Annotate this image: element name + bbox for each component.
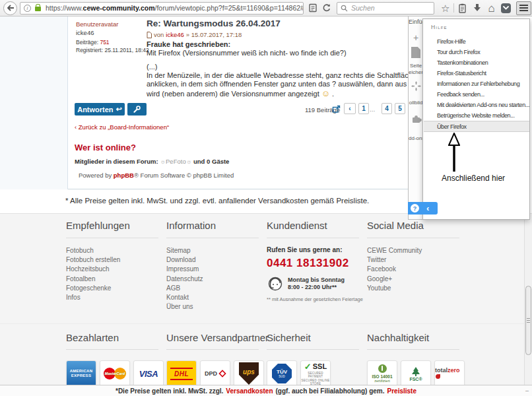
dhl-logo: DHL <box>166 360 197 387</box>
footer-link[interactable]: Impressum <box>166 265 265 274</box>
post-author-name: icke46 <box>76 29 94 36</box>
scrollbar-dash: ‒ <box>525 387 529 394</box>
help-menu-item[interactable]: Firefox-Hilfe <box>424 36 529 47</box>
powered-by-line: Powered by phpBB® Forum Software © phpBB… <box>79 172 234 179</box>
shipping-section: Unsere Versandpartner <box>166 332 269 350</box>
amex-logo: AMERICANEXPRESS <box>66 360 96 387</box>
help-menu-item[interactable]: Tastenkombinationen <box>424 57 529 68</box>
footer-link[interactable]: Kontakt <box>166 293 265 302</box>
footer-link[interactable]: Facebook <box>367 265 466 274</box>
fullscreen-icon[interactable] <box>409 81 423 94</box>
bookmark-star-icon[interactable]: ☆ <box>441 3 449 13</box>
footer-link[interactable]: Über uns <box>166 302 265 312</box>
save-page-label: eichern <box>409 69 423 75</box>
footer-link[interactable]: Datenschutz <box>166 275 265 284</box>
pagination-page-button[interactable]: 1 <box>358 103 369 114</box>
footer-link[interactable]: Infos <box>66 293 165 302</box>
tuv-logo: TÜVSÜD <box>267 360 297 387</box>
avatar[interactable]: Benutzeravatar <box>76 20 118 28</box>
headset-icon <box>267 275 284 292</box>
annotation-arrow-icon <box>448 133 460 172</box>
help-menu-item[interactable]: Informationen zur Fehlerbehebung <box>424 79 529 89</box>
footer-link[interactable]: Youtube <box>367 284 466 293</box>
versandkosten-link[interactable]: Versandkosten <box>226 387 273 395</box>
footer-link[interactable]: Twitter <box>367 255 466 265</box>
back-to-board-link[interactable]: ‹ Zurück zu „Board-Informationen“ <box>75 123 169 131</box>
footer-col-title: Social Media <box>367 220 466 231</box>
shipping-logos: DHL DPD ups <box>166 360 264 387</box>
footer-col-title: Empfehlungen <box>66 220 165 231</box>
pagination-page-button[interactable]: 5 <box>395 103 405 114</box>
footer-logos-section: Bezahlarten Unsere Versandpartner Sicher… <box>0 323 532 385</box>
url-bar[interactable]: i https://www.cewe-community.com/forum/v… <box>20 2 304 15</box>
phpbb-link[interactable]: phpBB <box>114 172 134 179</box>
paste-label[interactable]: Einfüge <box>409 18 423 25</box>
pagination-page-button[interactable]: 4 <box>382 103 392 114</box>
footer-link[interactable]: Google+ <box>367 275 466 284</box>
site-info-icon[interactable]: i <box>24 5 31 12</box>
annotation-label: Anschließend hier <box>442 174 505 183</box>
security-section: Sicherheit <box>267 332 359 350</box>
totalzero-logo: totalzero <box>434 360 465 387</box>
external-link-icon[interactable] <box>332 104 341 116</box>
help-menu-header: Hilfe <box>431 24 448 30</box>
pagination-prev-button[interactable]: ‹ <box>344 103 356 114</box>
footer-link[interactable]: Fotogeschenke <box>66 284 165 293</box>
sustainability-logos: ISO 14001zertifiziert FSC® totalzero <box>367 360 465 387</box>
who-is-online-line: Mitglieder in diesem Forum: ☼PeFoto☼ und… <box>75 158 229 165</box>
addons-label: dd-ons <box>409 135 423 141</box>
footer-link[interactable]: Hochzeitsbuch <box>66 265 165 274</box>
help-menu-item[interactable]: Mit deaktivierten Add-ons neu starten... <box>424 100 529 110</box>
menu-button[interactable] <box>516 1 531 15</box>
preisliste-link[interactable]: Preisliste <box>387 387 416 395</box>
dpd-logo: DPD <box>200 360 230 387</box>
clipboard-icon[interactable] <box>458 3 467 13</box>
hotline-note: ** mit Ausnahme der gesetzlichen Feierta… <box>267 296 366 302</box>
iso-logo: ISO 14001zertifiziert <box>367 360 397 387</box>
footer-link[interactable]: Download <box>166 255 265 265</box>
online-member-link[interactable]: ☼PeFoto☼ <box>160 158 191 165</box>
help-menu-item[interactable]: Tour durch Firefox <box>424 47 529 57</box>
price-note: * Alle Preise gelten inkl. MwSt. und zzg… <box>65 197 369 205</box>
help-menu-item[interactable]: Betrügerische Website melden... <box>424 110 529 121</box>
menu-help-button-active[interactable]: ? ‹ <box>408 202 438 214</box>
help-question-icon: ? <box>411 204 419 213</box>
reader-mode-icon[interactable] <box>308 3 317 13</box>
footer-link[interactable]: Fotoalben <box>66 275 165 284</box>
back-arrow-icon <box>7 4 15 12</box>
help-menu-item[interactable]: Firefox-Statusbericht <box>424 68 529 79</box>
help-menu-panel: Hilfe Firefox-Hilfe Tour durch Firefox T… <box>422 18 530 220</box>
footer-link[interactable]: Fotobuch <box>66 246 165 255</box>
zoom-in-button[interactable]: + <box>409 32 423 43</box>
reload-icon[interactable] <box>322 3 331 13</box>
addons-icon[interactable] <box>409 113 423 127</box>
search-placeholder: Suchen <box>351 4 375 12</box>
security-logos: TÜVSÜD ✓SSL SECURED PAYMENTSECURED ONLIN… <box>267 360 331 387</box>
help-menu-item-about-firefox[interactable]: Über Firefox <box>424 121 529 132</box>
registered-line: Registriert: 25.11.2011, 18:42 <box>76 47 149 53</box>
help-menu-item[interactable]: Feedback senden... <box>424 89 529 100</box>
back-button[interactable] <box>3 1 17 15</box>
scrollbar-thumb[interactable] <box>525 286 531 355</box>
topic-tools-button[interactable] <box>127 103 147 116</box>
save-page-icon[interactable] <box>411 47 420 58</box>
call-us-line: Rufen Sie uns gerne an: <box>267 246 366 253</box>
home-icon[interactable]: ⌂ <box>488 3 494 13</box>
footer-link[interactable]: Fotobuch erstellen <box>66 255 165 265</box>
page-scrollbar[interactable] <box>524 220 532 396</box>
footer-link[interactable]: AGB <box>166 284 265 293</box>
post-title: Re: Wartungsmodus 26.04.2017 <box>147 18 281 28</box>
phone-number[interactable]: 0441 18131902 <box>267 257 366 270</box>
pocket-icon[interactable] <box>501 3 511 13</box>
footer-col-empfehlungen: Empfehlungen Fotobuch Fotobuch erstellen… <box>66 220 165 302</box>
download-icon[interactable] <box>473 3 482 13</box>
footer-link[interactable]: Sitemap <box>166 246 265 255</box>
post-author-link[interactable]: icke46 <box>166 31 183 38</box>
secure-lock-icon <box>35 7 41 11</box>
quote-text: Mit Firefox (Versionsnummer weiß ich nic… <box>147 49 347 57</box>
reply-button[interactable]: Antworten↩ <box>75 103 125 116</box>
toolbar-separator <box>453 3 454 13</box>
search-input[interactable]: Suchen <box>337 2 434 15</box>
footer-link[interactable]: CEWE Community <box>367 246 466 255</box>
sustainability-section: Nachhaltigkeit <box>367 332 459 350</box>
